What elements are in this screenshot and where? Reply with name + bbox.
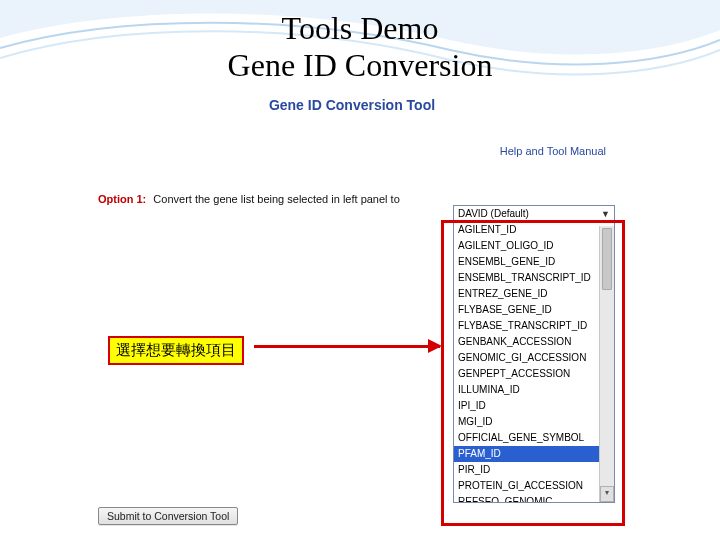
- select-selected-value: DAVID (Default): [458, 208, 529, 219]
- select-option[interactable]: ENTREZ_GENE_ID: [454, 286, 614, 302]
- select-option[interactable]: GENOMIC_GI_ACCESSION: [454, 350, 614, 366]
- select-option[interactable]: FLYBASE_TRANSCRIPT_ID: [454, 318, 614, 334]
- select-option[interactable]: REFSEQ_GENOMIC: [454, 494, 614, 502]
- tool-panel: Gene ID Conversion Tool Help and Tool Ma…: [92, 93, 612, 540]
- select-options-list: AGILENT_IDAGILENT_OLIGO_IDENSEMBL_GENE_I…: [454, 222, 614, 502]
- convert-to-select[interactable]: DAVID (Default) ▼ AGILENT_IDAGILENT_OLIG…: [453, 205, 615, 503]
- select-option[interactable]: GENBANK_ACCESSION: [454, 334, 614, 350]
- select-option[interactable]: AGILENT_OLIGO_ID: [454, 238, 614, 254]
- select-option[interactable]: PROTEIN_GI_ACCESSION: [454, 478, 614, 494]
- select-option[interactable]: PIR_ID: [454, 462, 614, 478]
- annotation-label: 選擇想要轉換項目: [108, 336, 244, 365]
- select-option[interactable]: ENSEMBL_GENE_ID: [454, 254, 614, 270]
- option-1-label: Option 1:: [98, 193, 146, 205]
- scroll-thumb[interactable]: [602, 228, 612, 290]
- select-option[interactable]: GENPEPT_ACCESSION: [454, 366, 614, 382]
- submit-conversion-button[interactable]: Submit to Conversion Tool: [98, 507, 238, 525]
- select-option[interactable]: PFAM_ID: [454, 446, 614, 462]
- select-option[interactable]: FLYBASE_GENE_ID: [454, 302, 614, 318]
- title-line-2: Gene ID Conversion: [228, 47, 493, 83]
- scroll-down-button[interactable]: ▾: [600, 486, 614, 502]
- tool-title: Gene ID Conversion Tool: [92, 97, 612, 113]
- select-option[interactable]: IPI_ID: [454, 398, 614, 414]
- annotation-arrow: [254, 345, 440, 348]
- slide-title: Tools Demo Gene ID Conversion: [0, 10, 720, 84]
- select-option[interactable]: ILLUMINA_ID: [454, 382, 614, 398]
- select-header[interactable]: DAVID (Default) ▼: [454, 206, 614, 222]
- chevron-down-icon: ▼: [601, 209, 610, 219]
- select-option[interactable]: MGI_ID: [454, 414, 614, 430]
- help-link[interactable]: Help and Tool Manual: [92, 145, 606, 157]
- select-scrollbar[interactable]: ▾: [599, 226, 614, 502]
- option-1-text: Convert the gene list being selected in …: [153, 193, 399, 205]
- select-option[interactable]: ENSEMBL_TRANSCRIPT_ID: [454, 270, 614, 286]
- title-line-1: Tools Demo: [282, 10, 439, 46]
- select-option[interactable]: OFFICIAL_GENE_SYMBOL: [454, 430, 614, 446]
- select-option[interactable]: AGILENT_ID: [454, 222, 614, 238]
